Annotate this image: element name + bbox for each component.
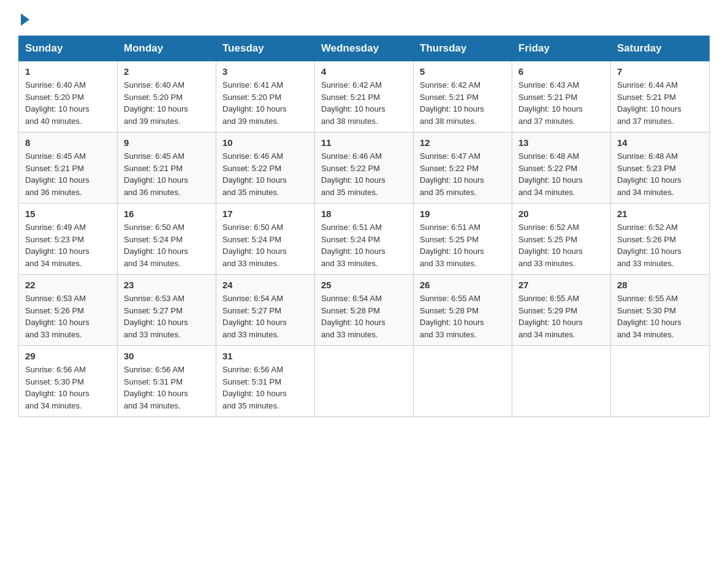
day-info: Sunrise: 6:52 AMSunset: 5:25 PMDaylight:… bbox=[518, 221, 604, 269]
calendar-cell: 31Sunrise: 6:56 AMSunset: 5:31 PMDayligh… bbox=[216, 346, 315, 417]
day-info: Sunrise: 6:55 AMSunset: 5:29 PMDaylight:… bbox=[518, 293, 604, 340]
day-number: 7 bbox=[617, 66, 703, 77]
day-number: 20 bbox=[518, 209, 604, 219]
day-number: 31 bbox=[222, 351, 308, 361]
calendar-cell: 16Sunrise: 6:50 AMSunset: 5:24 PMDayligh… bbox=[118, 204, 216, 275]
day-number: 15 bbox=[25, 209, 111, 219]
calendar-cell: 14Sunrise: 6:48 AMSunset: 5:23 PMDayligh… bbox=[611, 132, 710, 204]
day-info: Sunrise: 6:52 AMSunset: 5:26 PMDaylight:… bbox=[617, 221, 703, 269]
day-number: 16 bbox=[124, 209, 210, 219]
day-info: Sunrise: 6:49 AMSunset: 5:23 PMDaylight:… bbox=[25, 221, 111, 269]
calendar-cell: 29Sunrise: 6:56 AMSunset: 5:30 PMDayligh… bbox=[19, 346, 118, 417]
logo bbox=[18, 12, 29, 23]
calendar-cell bbox=[611, 346, 710, 417]
day-number: 22 bbox=[25, 280, 111, 290]
day-info: Sunrise: 6:55 AMSunset: 5:30 PMDaylight:… bbox=[617, 293, 703, 340]
calendar-cell: 1Sunrise: 6:40 AMSunset: 5:20 PMDaylight… bbox=[19, 61, 118, 132]
day-info: Sunrise: 6:51 AMSunset: 5:25 PMDaylight:… bbox=[420, 221, 506, 269]
calendar-cell: 20Sunrise: 6:52 AMSunset: 5:25 PMDayligh… bbox=[512, 204, 611, 275]
day-info: Sunrise: 6:48 AMSunset: 5:23 PMDaylight:… bbox=[617, 150, 703, 198]
day-number: 18 bbox=[321, 209, 407, 219]
calendar-cell: 3Sunrise: 6:41 AMSunset: 5:20 PMDaylight… bbox=[216, 61, 315, 132]
page-header bbox=[18, 12, 710, 23]
day-number: 1 bbox=[25, 66, 111, 77]
calendar-week-row: 1Sunrise: 6:40 AMSunset: 5:20 PMDaylight… bbox=[19, 61, 710, 132]
calendar-week-row: 8Sunrise: 6:45 AMSunset: 5:21 PMDaylight… bbox=[19, 132, 710, 204]
day-info: Sunrise: 6:56 AMSunset: 5:31 PMDaylight:… bbox=[222, 364, 308, 412]
calendar-header-wednesday: Wednesday bbox=[315, 36, 414, 61]
day-number: 11 bbox=[321, 137, 407, 148]
day-info: Sunrise: 6:45 AMSunset: 5:21 PMDaylight:… bbox=[25, 150, 111, 198]
day-number: 17 bbox=[222, 209, 308, 219]
day-number: 5 bbox=[420, 66, 506, 77]
day-info: Sunrise: 6:46 AMSunset: 5:22 PMDaylight:… bbox=[321, 150, 407, 198]
calendar-table: SundayMondayTuesdayWednesdayThursdayFrid… bbox=[18, 36, 710, 417]
logo-triangle-icon bbox=[21, 13, 29, 26]
day-number: 19 bbox=[420, 209, 506, 219]
calendar-cell: 19Sunrise: 6:51 AMSunset: 5:25 PMDayligh… bbox=[414, 204, 512, 275]
calendar-cell bbox=[315, 346, 414, 417]
day-info: Sunrise: 6:54 AMSunset: 5:28 PMDaylight:… bbox=[321, 293, 407, 340]
day-number: 8 bbox=[25, 137, 111, 148]
day-number: 27 bbox=[518, 280, 604, 290]
day-number: 13 bbox=[518, 137, 604, 148]
calendar-cell: 30Sunrise: 6:56 AMSunset: 5:31 PMDayligh… bbox=[118, 346, 216, 417]
calendar-cell: 7Sunrise: 6:44 AMSunset: 5:21 PMDaylight… bbox=[611, 61, 710, 132]
day-info: Sunrise: 6:53 AMSunset: 5:26 PMDaylight:… bbox=[25, 293, 111, 340]
calendar-cell: 6Sunrise: 6:43 AMSunset: 5:21 PMDaylight… bbox=[512, 61, 611, 132]
calendar-cell: 22Sunrise: 6:53 AMSunset: 5:26 PMDayligh… bbox=[19, 275, 118, 346]
calendar-cell: 5Sunrise: 6:42 AMSunset: 5:21 PMDaylight… bbox=[414, 61, 512, 132]
calendar-header-thursday: Thursday bbox=[414, 36, 512, 61]
day-number: 14 bbox=[617, 137, 703, 148]
day-number: 10 bbox=[222, 137, 308, 148]
calendar-cell: 27Sunrise: 6:55 AMSunset: 5:29 PMDayligh… bbox=[512, 275, 611, 346]
day-info: Sunrise: 6:47 AMSunset: 5:22 PMDaylight:… bbox=[420, 150, 506, 198]
day-info: Sunrise: 6:40 AMSunset: 5:20 PMDaylight:… bbox=[124, 79, 210, 127]
calendar-cell bbox=[414, 346, 512, 417]
calendar-cell: 25Sunrise: 6:54 AMSunset: 5:28 PMDayligh… bbox=[315, 275, 414, 346]
day-number: 3 bbox=[222, 66, 308, 77]
day-info: Sunrise: 6:54 AMSunset: 5:27 PMDaylight:… bbox=[222, 293, 308, 340]
day-number: 28 bbox=[617, 280, 703, 290]
calendar-cell: 24Sunrise: 6:54 AMSunset: 5:27 PMDayligh… bbox=[216, 275, 315, 346]
day-info: Sunrise: 6:51 AMSunset: 5:24 PMDaylight:… bbox=[321, 221, 407, 269]
day-info: Sunrise: 6:56 AMSunset: 5:31 PMDaylight:… bbox=[124, 364, 210, 412]
calendar-cell: 18Sunrise: 6:51 AMSunset: 5:24 PMDayligh… bbox=[315, 204, 414, 275]
day-info: Sunrise: 6:45 AMSunset: 5:21 PMDaylight:… bbox=[124, 150, 210, 198]
day-number: 26 bbox=[420, 280, 506, 290]
day-number: 9 bbox=[124, 137, 210, 148]
calendar-header-tuesday: Tuesday bbox=[216, 36, 315, 61]
calendar-header-sunday: Sunday bbox=[19, 36, 118, 61]
calendar-week-row: 29Sunrise: 6:56 AMSunset: 5:30 PMDayligh… bbox=[19, 346, 710, 417]
day-number: 12 bbox=[420, 137, 506, 148]
calendar-cell: 21Sunrise: 6:52 AMSunset: 5:26 PMDayligh… bbox=[611, 204, 710, 275]
day-info: Sunrise: 6:55 AMSunset: 5:28 PMDaylight:… bbox=[420, 293, 506, 340]
day-number: 2 bbox=[124, 66, 210, 77]
calendar-week-row: 22Sunrise: 6:53 AMSunset: 5:26 PMDayligh… bbox=[19, 275, 710, 346]
day-info: Sunrise: 6:53 AMSunset: 5:27 PMDaylight:… bbox=[124, 293, 210, 340]
day-info: Sunrise: 6:46 AMSunset: 5:22 PMDaylight:… bbox=[222, 150, 308, 198]
calendar-header-friday: Friday bbox=[512, 36, 611, 61]
day-number: 6 bbox=[518, 66, 604, 77]
calendar-cell: 9Sunrise: 6:45 AMSunset: 5:21 PMDaylight… bbox=[118, 132, 216, 204]
calendar-header-row: SundayMondayTuesdayWednesdayThursdayFrid… bbox=[19, 36, 710, 61]
day-number: 24 bbox=[222, 280, 308, 290]
calendar-header-saturday: Saturday bbox=[611, 36, 710, 61]
calendar-cell: 17Sunrise: 6:50 AMSunset: 5:24 PMDayligh… bbox=[216, 204, 315, 275]
day-info: Sunrise: 6:43 AMSunset: 5:21 PMDaylight:… bbox=[518, 79, 604, 127]
calendar-cell: 26Sunrise: 6:55 AMSunset: 5:28 PMDayligh… bbox=[414, 275, 512, 346]
day-info: Sunrise: 6:44 AMSunset: 5:21 PMDaylight:… bbox=[617, 79, 703, 127]
day-number: 25 bbox=[321, 280, 407, 290]
calendar-cell: 12Sunrise: 6:47 AMSunset: 5:22 PMDayligh… bbox=[414, 132, 512, 204]
day-number: 30 bbox=[124, 351, 210, 361]
calendar-cell: 28Sunrise: 6:55 AMSunset: 5:30 PMDayligh… bbox=[611, 275, 710, 346]
day-info: Sunrise: 6:40 AMSunset: 5:20 PMDaylight:… bbox=[25, 79, 111, 127]
day-info: Sunrise: 6:56 AMSunset: 5:30 PMDaylight:… bbox=[25, 364, 111, 412]
calendar-cell: 10Sunrise: 6:46 AMSunset: 5:22 PMDayligh… bbox=[216, 132, 315, 204]
day-info: Sunrise: 6:41 AMSunset: 5:20 PMDaylight:… bbox=[222, 79, 308, 127]
calendar-cell: 13Sunrise: 6:48 AMSunset: 5:22 PMDayligh… bbox=[512, 132, 611, 204]
day-info: Sunrise: 6:50 AMSunset: 5:24 PMDaylight:… bbox=[222, 221, 308, 269]
day-info: Sunrise: 6:48 AMSunset: 5:22 PMDaylight:… bbox=[518, 150, 604, 198]
calendar-cell: 8Sunrise: 6:45 AMSunset: 5:21 PMDaylight… bbox=[19, 132, 118, 204]
calendar-cell: 15Sunrise: 6:49 AMSunset: 5:23 PMDayligh… bbox=[19, 204, 118, 275]
